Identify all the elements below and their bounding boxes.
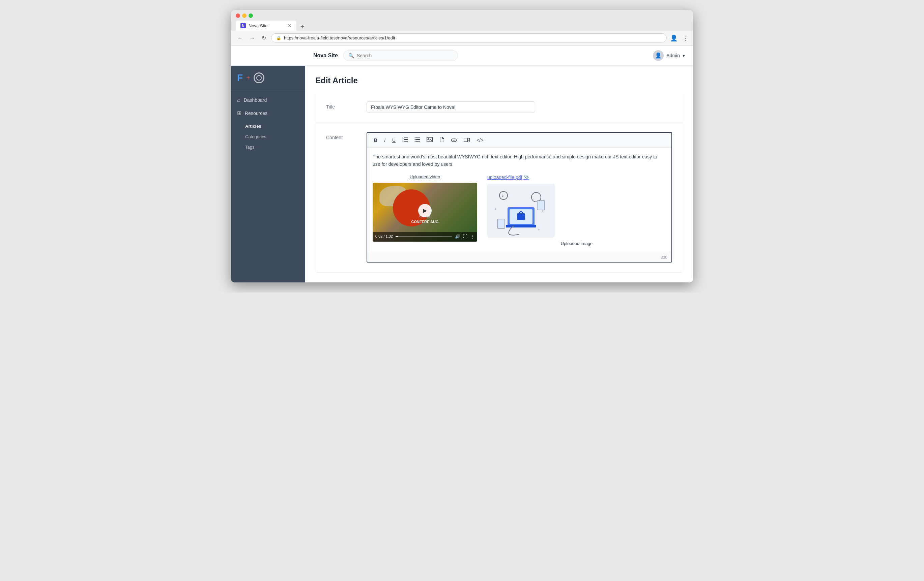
svg-rect-8 xyxy=(416,141,420,142)
resources-icon: ⊞ xyxy=(237,110,241,116)
chevron-down-icon: ▾ xyxy=(683,53,685,58)
rich-text-editor: B I U 1. 2. xyxy=(366,132,672,263)
forward-button[interactable]: → xyxy=(248,35,257,42)
image-button[interactable] xyxy=(424,136,436,144)
pdf-icon: 📎 xyxy=(524,174,530,181)
logo-plus: + xyxy=(246,74,250,82)
maximize-button[interactable] xyxy=(249,13,253,18)
bold-button[interactable]: B xyxy=(371,136,380,144)
pdf-container: uploaded-file.pdf 📎 xyxy=(487,174,666,247)
sidebar-item-categories[interactable]: Categories xyxy=(231,132,305,142)
addressbar: ← → ↻ 🔒 https://nova-froala-field.test/n… xyxy=(231,31,693,46)
unordered-list-button[interactable] xyxy=(412,136,422,144)
pdf-link-text: uploaded-file.pdf xyxy=(487,174,522,181)
sidebar-navigation: ⌂ Dashboard ⊞ Resources Articles Categor… xyxy=(231,91,305,157)
form-card: Title Content B xyxy=(315,92,683,272)
home-icon: ⌂ xyxy=(237,97,241,103)
close-button[interactable] xyxy=(236,13,240,18)
editor-toolbar: B I U 1. 2. xyxy=(367,133,672,148)
image-caption: Uploaded image xyxy=(487,240,666,247)
pdf-link[interactable]: uploaded-file.pdf 📎 xyxy=(487,174,666,181)
video-progress-bar[interactable] xyxy=(396,236,452,237)
video-player[interactable]: ▶ LA EU CONFERE AUG 0:02 / 1:32 xyxy=(373,183,477,242)
svg-point-9 xyxy=(415,138,416,138)
svg-rect-17 xyxy=(506,225,536,227)
content-field: B I U 1. 2. xyxy=(366,132,672,263)
user-profile-icon[interactable]: 👤 xyxy=(670,35,678,42)
file-button[interactable] xyxy=(437,135,447,145)
svg-text:♪: ♪ xyxy=(502,193,504,198)
sidebar-item-resources[interactable]: ⊞ Resources xyxy=(231,107,305,120)
page-title: Edit Article xyxy=(315,76,683,85)
video-progress-fill xyxy=(396,236,398,237)
more-options-icon[interactable]: ⋮ xyxy=(470,233,475,240)
lock-icon: 🔒 xyxy=(276,36,281,40)
svg-rect-6 xyxy=(416,138,420,138)
video-time: 0:02 / 1:32 xyxy=(375,234,393,240)
svg-rect-27 xyxy=(497,219,505,229)
svg-rect-2 xyxy=(404,141,408,142)
volume-icon[interactable]: 🔊 xyxy=(455,233,460,240)
title-input[interactable] xyxy=(366,102,535,113)
app-header: Nova Site 🔍 👤 Admin ▾ xyxy=(231,46,693,66)
resources-subnav: Articles Categories Tags xyxy=(231,120,305,154)
search-icon: 🔍 xyxy=(348,53,354,58)
svg-text:+: + xyxy=(538,228,540,232)
dashboard-label: Dashboard xyxy=(244,97,267,103)
minimize-button[interactable] xyxy=(242,13,246,18)
underline-button[interactable]: U xyxy=(389,136,398,144)
sidebar: F + ⌂ Dashboard ⊞ Resources Articles xyxy=(231,66,305,282)
fullscreen-icon[interactable]: ⛶ xyxy=(463,233,467,240)
main-content: Edit Article Title Content xyxy=(305,66,693,282)
svg-rect-28 xyxy=(537,201,544,210)
italic-button[interactable]: I xyxy=(381,136,388,144)
user-menu[interactable]: 👤 Admin ▾ xyxy=(653,50,685,61)
svg-point-10 xyxy=(415,139,416,140)
video-text-overlay: LA EU CONFERE AUG xyxy=(411,213,439,225)
svg-rect-19 xyxy=(517,213,525,220)
char-count: 330 xyxy=(661,255,667,260)
avatar: 👤 xyxy=(653,50,664,61)
browser-menu-icon[interactable]: ⋮ xyxy=(682,35,688,42)
uploaded-image-box: ♪ + + + xyxy=(487,184,555,238)
title-form-row: Title xyxy=(315,92,683,123)
refresh-button[interactable]: ↻ xyxy=(260,34,268,42)
svg-point-11 xyxy=(415,141,416,142)
sidebar-item-dashboard[interactable]: ⌂ Dashboard xyxy=(231,94,305,107)
browser-tab[interactable]: N Nova Site ✕ xyxy=(236,21,296,31)
svg-rect-0 xyxy=(404,138,408,138)
title-field xyxy=(366,102,672,113)
sidebar-item-tags[interactable]: Tags xyxy=(231,142,305,152)
content-form-row: Content B I U xyxy=(315,123,683,272)
ordered-list-button[interactable]: 1. 2. 3. xyxy=(399,136,411,144)
sidebar-logo: F + xyxy=(231,66,305,91)
video-label: Uploaded video xyxy=(373,174,477,181)
content-label: Content xyxy=(326,132,366,140)
search-bar[interactable]: 🔍 xyxy=(343,50,458,61)
editor-text: The smartest and world's most beautiful … xyxy=(373,153,666,168)
title-label: Title xyxy=(326,102,366,110)
svg-rect-1 xyxy=(404,139,408,140)
video-button[interactable] xyxy=(461,136,472,144)
url-text: https://nova-froala-field.test/nova/reso… xyxy=(284,35,395,40)
image-illustration: ♪ + + + xyxy=(487,184,555,238)
editor-body[interactable]: The smartest and world's most beautiful … xyxy=(367,148,672,253)
new-tab-button[interactable]: + xyxy=(298,23,307,31)
resources-label: Resources xyxy=(245,110,267,116)
link-button[interactable] xyxy=(448,136,460,144)
logo-swirl-icon xyxy=(254,72,264,83)
username-label: Admin xyxy=(667,53,680,58)
header-site-name: Nova Site xyxy=(313,53,338,59)
back-button[interactable]: ← xyxy=(236,35,244,42)
address-bar[interactable]: 🔒 https://nova-froala-field.test/nova/re… xyxy=(271,33,667,43)
search-input[interactable] xyxy=(357,53,453,58)
logo-f: F xyxy=(237,73,243,82)
svg-text:3.: 3. xyxy=(402,140,404,142)
video-controls: 0:02 / 1:32 🔊 ⛶ ⋮ xyxy=(373,232,477,242)
code-button[interactable]: </> xyxy=(474,136,486,144)
sidebar-item-articles[interactable]: Articles xyxy=(231,121,305,132)
video-container: Uploaded video ▶ xyxy=(373,174,477,242)
svg-text:+: + xyxy=(494,206,497,212)
tab-close-button[interactable]: ✕ xyxy=(288,23,292,28)
traffic-lights xyxy=(236,13,253,18)
